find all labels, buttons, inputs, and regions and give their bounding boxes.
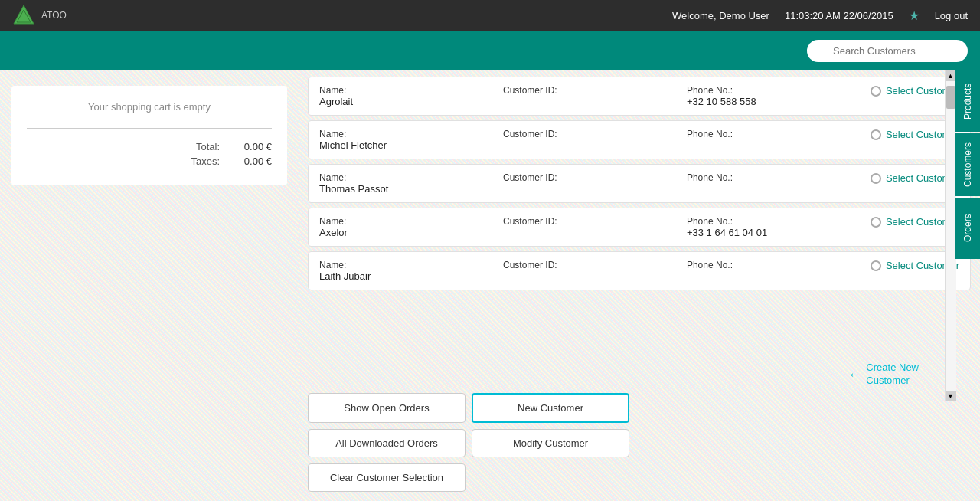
new-customer-button[interactable]: New Customer [472,393,629,423]
phone-label: Phone No.: [687,260,871,270]
nav-right: Welcome, Demo User 11:03:20 AM 22/06/201… [672,8,968,23]
right-panel: Name: Agrolait Customer ID: Phone No.: +… [299,70,980,501]
customer-phone-col: Phone No.: [687,260,871,270]
name-label: Name: [319,172,503,183]
select-radio[interactable] [871,129,881,140]
customer-id-col: Customer ID: [503,85,687,96]
logout-link[interactable]: Log out [935,10,968,21]
customer-name-col: Name: Agrolait [319,85,503,107]
scroll-track[interactable] [946,81,956,391]
scroll-thumb [946,86,956,109]
taxes-value: 0.00 € [226,156,272,167]
customer-id-col: Customer ID: [503,260,687,270]
customer-phone-col: Phone No.: +33 1 64 61 04 01 [687,216,871,238]
tab-orders[interactable]: Orders [956,198,980,259]
annotation-arrow: ← [848,367,861,383]
app-name-label: ATOO [41,10,67,21]
actions-grid: Show Open Orders New Customer All Downlo… [308,393,629,492]
side-tabs: Products Customers Orders [956,70,980,501]
name-value: Michel Fletcher [319,139,503,151]
name-label: Name: [319,260,503,270]
taxes-label: Taxes: [191,156,220,167]
all-downloaded-orders-button[interactable]: All Downloaded Orders [308,429,466,457]
logo-icon [12,4,35,27]
customer-name-col: Name: Axelor [319,216,503,238]
customer-card: Name: Michel Fletcher Customer ID: Phone… [308,120,971,159]
phone-label: Phone No.: [687,172,871,183]
name-value: Agrolait [319,96,503,107]
modify-customer-button[interactable]: Modify Customer [472,429,629,457]
select-radio[interactable] [871,217,881,228]
phone-value: +33 1 64 61 04 01 [687,227,871,238]
name-label: Name: [319,129,503,139]
teal-bar: 🔍 [0,31,980,70]
cart-panel: Your shopping cart is empty Total: 0.00 … [0,70,299,501]
logo-area: ATOO [12,4,67,27]
svg-marker-0 [14,5,34,24]
select-radio[interactable] [871,260,881,271]
customer-phone-col: Phone No.: [687,129,871,139]
select-radio[interactable] [871,86,881,97]
cart-totals: Total: 0.00 € Taxes: 0.00 € [27,141,272,167]
cart-empty-text: Your shopping cart is empty [27,101,272,113]
customer-phone-col: Phone No.: +32 10 588 558 [687,85,871,107]
taxes-row: Taxes: 0.00 € [27,156,272,167]
actions-area: Show Open Orders New Customer All Downlo… [299,387,980,501]
customer-name-col: Name: Laith Jubair [319,260,503,282]
annotation-text: Create NewCustomer [866,362,919,388]
name-label: Name: [319,216,503,227]
customer-card: Name: Laith Jubair Customer ID: Phone No… [308,251,971,290]
datetime-text: 11:03:20 AM 22/06/2015 [785,10,893,21]
search-input[interactable] [807,40,968,62]
cart-divider [27,128,272,129]
clear-customer-selection-button[interactable]: Clear Customer Selection [308,463,466,492]
customer-name-col: Name: Thomas Passot [319,172,503,195]
id-label: Customer ID: [503,216,687,227]
customer-id-col: Customer ID: [503,172,687,183]
id-label: Customer ID: [503,129,687,139]
phone-label: Phone No.: [687,85,871,96]
tab-products[interactable]: Products [956,70,980,132]
id-label: Customer ID: [503,172,687,183]
customer-card: Name: Axelor Customer ID: Phone No.: +33… [308,208,971,247]
id-label: Customer ID: [503,260,687,270]
welcome-text: Welcome, Demo User [672,10,769,21]
customer-card: Name: Thomas Passot Customer ID: Phone N… [308,164,971,203]
scroll-down-button[interactable]: ▼ [946,391,956,401]
main-layout: Your shopping cart is empty Total: 0.00 … [0,70,980,501]
create-annotation: ← Create NewCustomer [848,362,919,388]
customer-id-col: Customer ID: [503,129,687,139]
search-wrapper: 🔍 [807,40,968,62]
show-open-orders-button[interactable]: Show Open Orders [308,393,466,423]
total-label: Total: [196,141,220,152]
customer-list-area: Name: Agrolait Customer ID: Phone No.: +… [299,70,980,387]
total-row: Total: 0.00 € [27,141,272,152]
customer-name-col: Name: Michel Fletcher [319,129,503,151]
scroll-up-button[interactable]: ▲ [946,70,956,81]
select-radio[interactable] [871,173,881,184]
name-label: Name: [319,85,503,96]
name-value: Axelor [319,227,503,238]
name-value: Laith Jubair [319,270,503,282]
phone-label: Phone No.: [687,216,871,227]
scrollbar[interactable]: ▲ ▼ [945,70,956,401]
cart-box: Your shopping cart is empty Total: 0.00 … [11,86,287,185]
customer-phone-col: Phone No.: [687,172,871,183]
rss-icon: ★ [909,8,920,23]
phone-value: +32 10 588 558 [687,96,871,107]
customer-card: Name: Agrolait Customer ID: Phone No.: +… [308,77,971,116]
total-value: 0.00 € [226,141,272,152]
phone-label: Phone No.: [687,129,871,139]
top-nav: ATOO Welcome, Demo User 11:03:20 AM 22/0… [0,0,980,31]
tab-customers[interactable]: Customers [956,133,980,196]
id-label: Customer ID: [503,85,687,96]
name-value: Thomas Passot [319,183,503,195]
customer-id-col: Customer ID: [503,216,687,227]
